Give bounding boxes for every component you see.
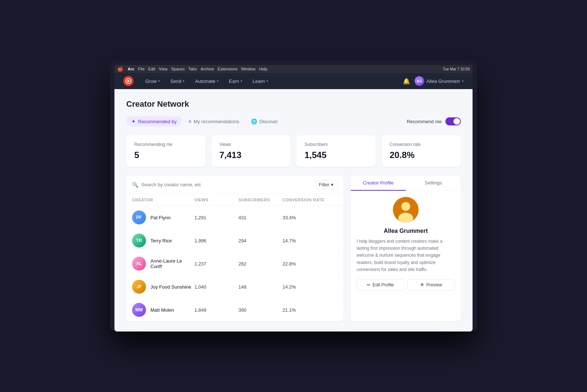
recommend-me-switch[interactable]	[445, 117, 461, 125]
tab-settings[interactable]: Settings	[406, 176, 461, 191]
mac-menu-view[interactable]: View	[159, 67, 168, 71]
table-row[interactable]: AL Anne-Laure Le Cunff 1,237 282 22.8%	[126, 252, 343, 275]
nav-item-learn[interactable]: Learn ▾	[248, 76, 273, 86]
search-input[interactable]	[141, 182, 312, 187]
profile-bio: I help bloggers and content creators mak…	[357, 238, 455, 273]
edit-profile-button[interactable]: ✏ Edit Profile	[357, 279, 404, 291]
nav-user-name: Allea Grummert	[426, 78, 460, 84]
preview-icon: 👁	[420, 282, 424, 287]
creator-avatar: TR	[132, 234, 146, 248]
cell-subscribers: 148	[238, 284, 282, 290]
mac-menu-file[interactable]: File	[138, 67, 145, 71]
nav-item-grow[interactable]: Grow ▾	[141, 76, 164, 86]
laptop-wrapper: 🍎 Arc File Edit View Spaces Tabs Archive…	[110, 61, 477, 331]
page-content: Creator Network ✦ Recommended by ≡ My re…	[114, 89, 473, 331]
table-row[interactable]: JF Joy Food Sunshine 1,040 148 14.2%	[126, 275, 343, 298]
cell-conversion: 33.4%	[282, 215, 338, 220]
stat-subscribers: Subscribers 1,545	[296, 135, 376, 167]
mac-time: Tue Mar 7 10:58	[443, 67, 470, 71]
mac-menu-help[interactable]: Help	[259, 67, 267, 71]
creator-name: Joy Food Sunshine	[150, 284, 191, 290]
stat-recommending-me: Recommending me 5	[126, 135, 205, 167]
creator-avatar: PF	[132, 210, 146, 224]
cell-conversion: 21.1%	[282, 307, 338, 313]
automate-chevron-icon: ▾	[217, 79, 219, 83]
mac-menu-extensions[interactable]: Extensions	[218, 67, 237, 71]
cell-subscribers: 390	[238, 307, 282, 313]
table-row[interactable]: PF Pat Flynn 1,291 431 33.4%	[126, 206, 343, 229]
stat-conversion-rate-label: Conversion rate	[390, 142, 453, 147]
edit-icon: ✏	[367, 282, 371, 287]
user-chevron-icon: ▾	[462, 79, 464, 83]
creator-cell: PF Pat Flynn	[132, 210, 194, 224]
sub-nav-discover[interactable]: 🌐 Discover	[246, 116, 283, 127]
cell-conversion: 14.7%	[282, 238, 338, 243]
nav-user-avatar: AG	[415, 76, 424, 86]
col-creator: CREATOR	[132, 198, 194, 202]
table-row[interactable]: TR Terry Rice 1,996 294 14.7%	[126, 229, 343, 252]
earn-chevron-icon: ▾	[241, 79, 243, 83]
app-nav: Grow ▾ Send ▾ Automate ▾ Earn ▾ Learn ▾ …	[114, 73, 473, 89]
sub-nav: ✦ Recommended by ≡ My recommendations 🌐 …	[126, 116, 461, 127]
grow-chevron-icon: ▾	[158, 79, 160, 83]
profile-actions: ✏ Edit Profile 👁 Preview	[357, 279, 455, 291]
tab-creator-profile[interactable]: Creator Profile	[351, 176, 406, 191]
profile-panel: Creator Profile Settings	[351, 176, 461, 321]
search-icon: 🔍	[132, 182, 138, 188]
profile-name: Allea Grummert	[357, 228, 455, 234]
profile-avatar-section	[357, 197, 455, 223]
creator-cell: JF Joy Food Sunshine	[132, 280, 194, 294]
search-bar: 🔍 Filter ▾	[126, 176, 343, 194]
table-row[interactable]: MM Matt Molen 1,849 390 21.1%	[126, 298, 343, 321]
nav-item-send[interactable]: Send ▾	[166, 76, 189, 86]
page-title: Creator Network	[126, 99, 461, 109]
stat-conversion-rate: Conversion rate 20.8%	[382, 135, 461, 167]
stat-subscribers-value: 1,545	[305, 150, 368, 160]
mac-menu-edit[interactable]: Edit	[148, 67, 155, 71]
stat-recommending-me-label: Recommending me	[134, 142, 197, 147]
mac-menu-spaces[interactable]: Spaces	[171, 67, 185, 71]
stat-conversion-rate-value: 20.8%	[390, 150, 453, 160]
creator-name: Terry Rice	[150, 238, 172, 243]
mac-menu-arc[interactable]: Arc	[128, 67, 134, 71]
cell-subscribers: 294	[238, 238, 282, 243]
apple-icon: 🍎	[117, 66, 123, 72]
svg-point-3	[401, 202, 410, 211]
cell-subscribers: 431	[238, 215, 282, 220]
sub-nav-my-recommendations[interactable]: ≡ My recommendations	[183, 116, 244, 127]
mac-menubar: 🍎 Arc File Edit View Spaces Tabs Archive…	[114, 65, 473, 73]
table-header: CREATOR VIEWS SUBSCRIBERS CONVERSION RAT…	[126, 194, 343, 206]
main-area: 🔍 Filter ▾ CREATOR VIEWS SUBSCRIBERS CON…	[126, 176, 461, 321]
nav-item-automate[interactable]: Automate ▾	[190, 76, 223, 86]
sub-nav-recommended-by[interactable]: ✦ Recommended by	[126, 116, 182, 127]
mac-menu-window[interactable]: Window	[241, 67, 255, 71]
creator-name: Matt Molen	[150, 307, 174, 313]
preview-button[interactable]: 👁 Preview	[407, 279, 455, 291]
learn-chevron-icon: ▾	[266, 79, 268, 83]
nav-item-earn[interactable]: Earn ▾	[225, 76, 247, 86]
col-conversion: CONVERSION RATE	[282, 198, 338, 202]
app-logo	[123, 76, 134, 86]
recommended-by-icon: ✦	[131, 118, 136, 124]
filter-button[interactable]: Filter ▾	[315, 180, 338, 189]
cell-views: 1,996	[194, 238, 238, 243]
profile-avatar	[393, 197, 419, 223]
cell-views: 1,849	[194, 307, 238, 313]
svg-point-1	[127, 80, 130, 82]
notification-bell-icon[interactable]: 🔔	[403, 78, 410, 85]
col-views: VIEWS	[194, 198, 238, 202]
stat-views-label: Views	[219, 142, 282, 147]
mac-menu-archive[interactable]: Archive	[201, 67, 214, 71]
filter-chevron-icon: ▾	[331, 182, 333, 187]
mac-menu-tabs[interactable]: Tabs	[188, 67, 197, 71]
profile-body: Allea Grummert I help bloggers and conte…	[351, 191, 461, 297]
cell-conversion: 22.8%	[282, 261, 338, 267]
creator-cell: TR Terry Rice	[132, 234, 194, 248]
nav-user[interactable]: AG Allea Grummert ▾	[415, 76, 464, 86]
cell-conversion: 14.2%	[282, 284, 338, 290]
nav-right: 🔔 AG Allea Grummert ▾	[403, 76, 464, 86]
creator-cell: AL Anne-Laure Le Cunff	[132, 257, 194, 271]
stat-views-value: 7,413	[219, 150, 282, 160]
creator-name: Pat Flynn	[150, 215, 171, 220]
stat-views: Views 7,413	[211, 135, 291, 167]
